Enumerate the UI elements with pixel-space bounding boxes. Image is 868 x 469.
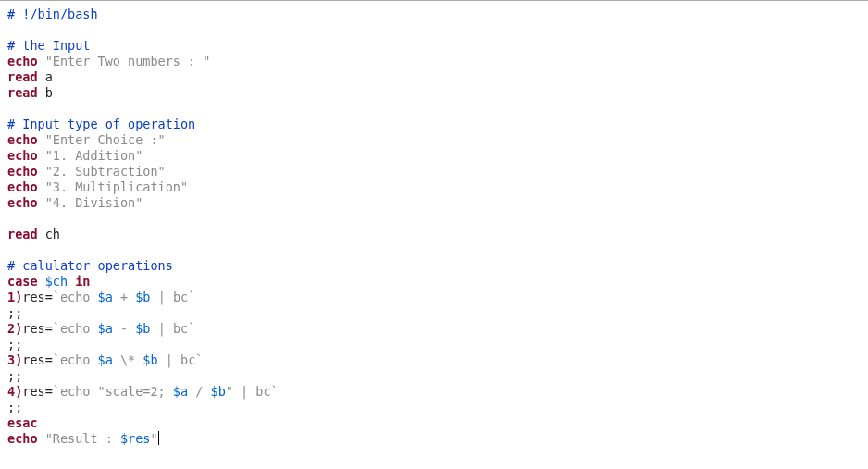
text-cursor — [158, 431, 159, 445]
string-literal: "4. Division" — [38, 195, 143, 210]
backtick: ` — [271, 384, 279, 399]
code-comment: # !/bin/bash — [7, 6, 98, 21]
keyword-echo: echo — [7, 179, 38, 194]
assignment: res= — [22, 352, 53, 367]
case-label: 1) — [7, 290, 22, 304]
operator: / — [188, 384, 210, 399]
space — [90, 352, 97, 367]
pipe-bc: | bc — [158, 352, 196, 367]
backtick: ` — [53, 321, 60, 336]
variable: $a — [98, 321, 113, 336]
variable: $b — [211, 384, 226, 399]
backtick: ` — [53, 384, 60, 399]
keyword-esac: esac — [7, 415, 38, 430]
pipe-bc: | bc — [233, 384, 271, 399]
string-literal: "Enter Two numbers : " — [38, 54, 211, 68]
identifier: b — [38, 85, 53, 100]
keyword-echo: echo — [7, 132, 38, 147]
pipe-bc: | bc — [151, 290, 189, 304]
backtick: ` — [188, 290, 195, 304]
string-literal: "Enter Choice :" — [38, 132, 166, 147]
backtick: ` — [188, 321, 195, 336]
string-literal: "1. Addition" — [38, 148, 143, 163]
variable: $b — [135, 290, 150, 304]
backtick: ` — [195, 352, 203, 367]
variable: $res — [120, 431, 151, 446]
backtick: ` — [53, 290, 60, 304]
keyword-in: in — [68, 274, 90, 289]
variable: $a — [98, 352, 113, 367]
operator: + — [113, 290, 135, 304]
string-literal: " — [226, 384, 233, 399]
case-label: 2) — [7, 321, 22, 336]
double-semicolon: ;; — [7, 305, 22, 320]
double-semicolon: ;; — [7, 368, 22, 383]
keyword-echo: echo — [7, 431, 38, 446]
space — [90, 321, 97, 336]
keyword-read: read — [7, 69, 38, 84]
operator: \* — [113, 352, 143, 367]
pipe-bc: | bc — [151, 321, 189, 336]
keyword-echo: echo — [60, 290, 91, 304]
code-editor[interactable]: # !/bin/bash # the Input echo "Enter Two… — [7, 6, 861, 447]
variable: $a — [173, 384, 188, 399]
variable: $ch — [38, 274, 68, 289]
space — [90, 290, 97, 304]
keyword-echo: echo — [60, 321, 91, 336]
string-literal: "Result : — [38, 431, 120, 446]
assignment: res= — [22, 384, 53, 399]
keyword-echo: echo — [7, 148, 38, 163]
code-comment: # the Input — [7, 38, 90, 53]
double-semicolon: ;; — [7, 337, 22, 352]
assignment: res= — [22, 321, 53, 336]
case-label: 3) — [7, 352, 22, 367]
double-semicolon: ;; — [7, 400, 22, 414]
backtick: ` — [53, 352, 60, 367]
variable: $b — [143, 352, 157, 367]
variable: $a — [98, 290, 113, 304]
variable: $b — [135, 321, 150, 336]
identifier: ch — [38, 227, 60, 241]
string-literal: "scale=2; — [98, 384, 173, 399]
assignment: res= — [22, 290, 53, 304]
keyword-case: case — [7, 274, 38, 289]
keyword-read: read — [7, 85, 38, 100]
case-label: 4) — [7, 384, 22, 399]
keyword-echo: echo — [7, 195, 38, 210]
string-literal: "2. Subtraction" — [38, 164, 166, 179]
code-comment: # Input type of operation — [7, 117, 195, 131]
keyword-echo: echo — [60, 384, 91, 399]
string-literal: " — [150, 431, 157, 446]
space — [90, 384, 97, 399]
string-literal: "3. Multiplication" — [38, 179, 189, 194]
operator: - — [113, 321, 135, 336]
identifier: a — [38, 69, 53, 84]
keyword-read: read — [7, 227, 38, 241]
keyword-echo: echo — [60, 352, 91, 367]
code-comment: # calulator operations — [7, 258, 173, 273]
keyword-echo: echo — [7, 54, 38, 68]
keyword-echo: echo — [7, 164, 38, 179]
